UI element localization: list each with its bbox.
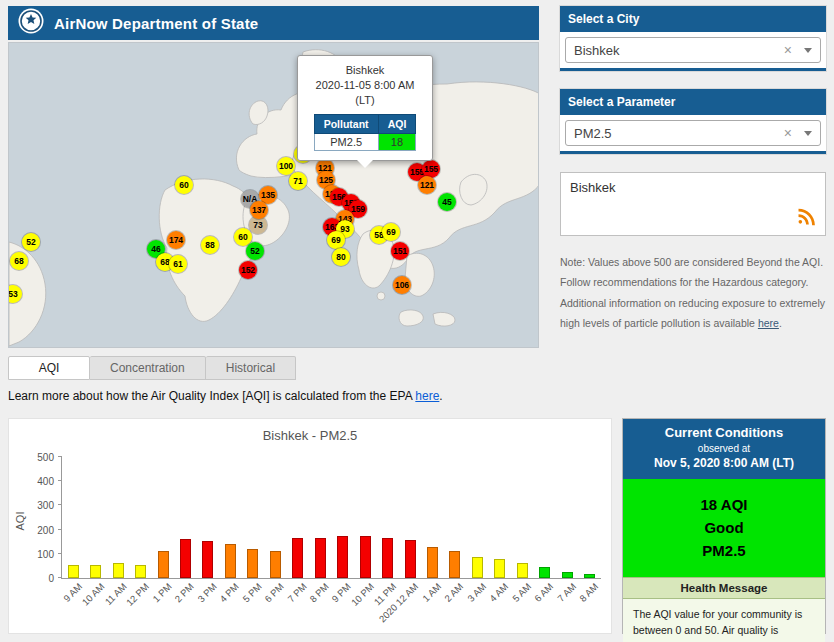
popup-aqi-value: 18 <box>378 133 416 150</box>
x-axis-tick-label: 5 PM <box>237 578 263 604</box>
chart-bar[interactable] <box>405 540 416 578</box>
note-suffix: . <box>779 317 782 329</box>
x-axis-tick-label: 6 AM <box>529 578 555 604</box>
chart-bar-slot: 4 PM <box>219 457 241 578</box>
chart-bar[interactable] <box>315 538 326 578</box>
x-axis-tick-label: 3 PM <box>192 578 218 604</box>
chart-bar[interactable] <box>68 565 79 578</box>
map-aqi-marker[interactable]: 80 <box>332 248 350 266</box>
chart-bar-slot: 2 PM <box>174 457 196 578</box>
chart-bar[interactable] <box>539 567 550 578</box>
map-aqi-marker[interactable]: 69 <box>382 223 400 241</box>
chart-bar-slot: 5 PM <box>242 457 264 578</box>
chart-bar[interactable] <box>158 551 169 578</box>
rss-city-label: Bishkek <box>570 180 616 195</box>
state-department-seal-logo <box>18 8 44 38</box>
chart-bar-slot: 1 PM <box>152 457 174 578</box>
y-axis-tick-label: 200 <box>37 524 54 535</box>
conditions-header: Current Conditions observed at Nov 5, 20… <box>623 419 825 479</box>
popup-col-aqi: AQI <box>378 114 416 133</box>
parameter-panel-header: Select a Parameter <box>560 89 826 115</box>
rss-icon[interactable] <box>797 207 817 230</box>
chart-bar[interactable] <box>113 563 124 578</box>
map-aqi-marker[interactable]: 137 <box>250 201 268 219</box>
popup-city: Bishkek <box>304 63 426 78</box>
chart-bar-slot: 7 AM <box>556 457 578 578</box>
map-aqi-marker[interactable]: 100 <box>277 157 295 175</box>
y-axis-tick-label: 100 <box>37 548 54 559</box>
map-aqi-marker[interactable]: 60 <box>175 176 193 194</box>
parameter-dropdown-arrow-icon[interactable] <box>804 131 812 136</box>
chart-bar[interactable] <box>427 547 438 578</box>
x-axis-tick-label: 2 AM <box>440 578 466 604</box>
current-conditions-panel: Current Conditions observed at Nov 5, 20… <box>622 418 826 634</box>
chart-bar[interactable] <box>382 538 393 578</box>
chart-bar-slot: 6 PM <box>264 457 286 578</box>
map-aqi-marker[interactable]: 52 <box>246 242 264 260</box>
map-aqi-marker[interactable]: 106 <box>393 276 411 294</box>
chart-bar-slot: 3 AM <box>466 457 488 578</box>
rss-feed-box: Bishkek <box>560 172 826 236</box>
city-clear-icon[interactable]: × <box>784 42 792 58</box>
chart-bar[interactable] <box>270 551 281 578</box>
chart-bar[interactable] <box>247 549 258 578</box>
chart-bar-slot: 8 AM <box>578 457 600 578</box>
chart-bar[interactable] <box>225 544 236 578</box>
note-here-link[interactable]: here <box>758 317 779 329</box>
chart-bar[interactable] <box>360 536 371 578</box>
chart-bar[interactable] <box>494 559 505 578</box>
parameter-panel: Select a Parameter PM2.5 × <box>560 89 826 154</box>
chart-bar-slot: 2020 12 AM <box>399 457 421 578</box>
map-aqi-marker[interactable]: 88 <box>201 236 219 254</box>
conditions-parameter: PM2.5 <box>623 539 825 562</box>
map-aqi-marker[interactable]: 45 <box>438 193 456 211</box>
x-axis-tick-label: 4 PM <box>215 578 241 604</box>
chart-bar[interactable] <box>202 541 213 578</box>
popup-col-pollutant: Pollutant <box>314 114 378 133</box>
x-axis-tick-label: 1 AM <box>417 578 443 604</box>
city-select[interactable]: Bishkek × <box>565 37 821 63</box>
chart-bar[interactable] <box>517 563 528 578</box>
x-axis-tick-label: 7 AM <box>552 578 578 604</box>
chart-bar[interactable] <box>90 565 101 578</box>
epa-here-link[interactable]: here <box>415 389 439 403</box>
map-aqi-marker[interactable]: 174 <box>167 231 185 249</box>
conditions-observed-label: observed at <box>627 442 821 455</box>
beyond-aqi-note: Note: Values above 500 are considered Be… <box>560 252 826 334</box>
app-header: AirNow Department of State <box>8 6 539 40</box>
chart-bar[interactable] <box>292 538 303 578</box>
chart-bar[interactable] <box>449 551 460 578</box>
tab-historical[interactable]: Historical <box>206 356 296 380</box>
chart-bar[interactable] <box>472 557 483 578</box>
tab-concentration[interactable]: Concentration <box>90 356 206 380</box>
map-aqi-marker[interactable]: 69 <box>327 231 345 249</box>
chart-plot-area: 01002003004005009 AM10 AM11 AM12 PM1 PM2… <box>61 457 601 579</box>
map-aqi-marker[interactable]: 52 <box>22 233 40 251</box>
map-aqi-marker[interactable]: 68 <box>10 252 28 270</box>
world-aqi-map[interactable]: 52685360461746861886073N/A13513752152100… <box>8 42 539 348</box>
conditions-observed-datetime: Nov 5, 2020 8:00 AM (LT) <box>627 455 821 472</box>
popup-aqi-table: Pollutant AQI PM2.5 18 <box>314 114 417 151</box>
map-aqi-marker[interactable]: 71 <box>289 172 307 190</box>
city-dropdown-arrow-icon[interactable] <box>804 48 812 53</box>
parameter-select[interactable]: PM2.5 × <box>565 120 821 146</box>
map-aqi-marker[interactable]: 151 <box>391 242 409 260</box>
tab-aqi[interactable]: AQI <box>8 356 90 380</box>
map-aqi-marker[interactable]: 121 <box>418 176 436 194</box>
chart-bar-slot: 3 PM <box>197 457 219 578</box>
chart-bar[interactable] <box>135 565 146 578</box>
map-aqi-marker[interactable]: 152 <box>239 261 257 279</box>
chart-bar-slot: 5 AM <box>511 457 533 578</box>
sidebar: Select a City Bishkek × Select a Paramet… <box>560 6 826 334</box>
y-axis-tick-label: 500 <box>37 452 54 463</box>
popup-arrow <box>357 160 373 168</box>
view-tabs: AQI Concentration Historical <box>8 356 296 380</box>
parameter-clear-icon[interactable]: × <box>784 125 792 141</box>
y-axis-tick-label: 300 <box>37 500 54 511</box>
conditions-title: Current Conditions <box>627 424 821 442</box>
chart-bar[interactable] <box>180 539 191 578</box>
learn-more-prefix: Learn more about how the Air Quality Ind… <box>8 389 415 403</box>
chart-bar[interactable] <box>337 536 348 578</box>
map-aqi-marker[interactable]: 61 <box>169 255 187 273</box>
chart-title: Bishkek - PM2.5 <box>9 428 611 443</box>
